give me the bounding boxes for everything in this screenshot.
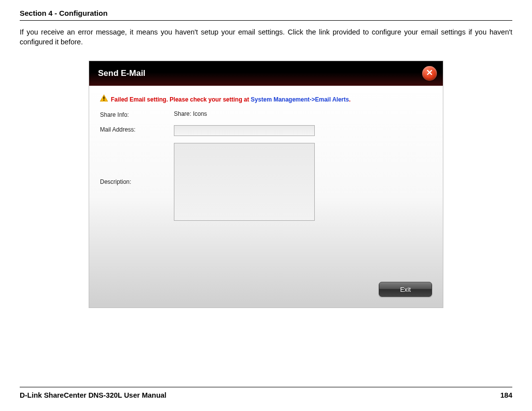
- mail-address-label: Mail Address:: [100, 125, 174, 133]
- section-header: Section 4 - Configuration: [20, 9, 512, 21]
- dialog-body: Failed Email setting. Please check your …: [89, 86, 443, 308]
- page-footer: D-Link ShareCenter DNS-320L User Manual …: [20, 387, 512, 399]
- close-icon: [426, 69, 433, 78]
- dialog-title: Send E-Mail: [98, 68, 145, 78]
- description-label: Description:: [100, 178, 174, 185]
- share-info-value: Share: Icons: [174, 110, 207, 117]
- share-info-row: Share Info: Share: Icons: [100, 110, 432, 118]
- alert-suffix: .: [349, 96, 350, 103]
- svg-rect-0: [103, 97, 104, 99]
- share-info-label: Share Info:: [100, 110, 174, 118]
- alert-link[interactable]: System Management->Email Alerts: [251, 96, 349, 103]
- button-bar: Exit: [379, 282, 432, 297]
- close-button[interactable]: [422, 66, 437, 81]
- warning-icon: [100, 95, 108, 103]
- send-email-dialog: Send E-Mail Failed Email setting. Please…: [89, 61, 443, 308]
- exit-button[interactable]: Exit: [379, 282, 432, 297]
- footer-manual-title: D-Link ShareCenter DNS-320L User Manual: [20, 391, 166, 399]
- footer-page-number: 184: [500, 391, 512, 399]
- dialog-titlebar: Send E-Mail: [89, 61, 443, 86]
- description-input[interactable]: [174, 143, 315, 221]
- alert-message: Failed Email setting. Please check your …: [100, 95, 432, 103]
- mail-address-input[interactable]: [174, 125, 315, 136]
- svg-rect-1: [103, 100, 104, 101]
- mail-address-row: Mail Address:: [100, 125, 432, 136]
- alert-prefix: Failed Email setting. Please check your …: [111, 96, 251, 103]
- description-row: Description:: [100, 143, 432, 221]
- intro-paragraph: If you receive an error message, it mean…: [20, 28, 512, 47]
